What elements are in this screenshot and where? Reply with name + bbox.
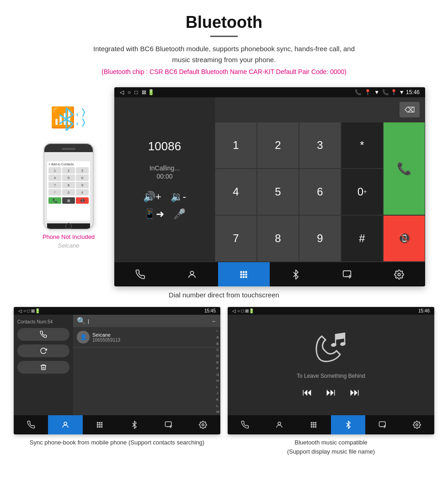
music-main: To Leave Something Behind ⏮ ⏭ ⏭ xyxy=(228,315,434,415)
music-controls: ⏮ ⏭ ⏭ xyxy=(302,386,360,398)
svg-rect-27 xyxy=(101,426,102,428)
bs-nav-dialpad[interactable] xyxy=(83,415,117,434)
nav-dialpad[interactable] xyxy=(218,262,270,286)
music-nav-transfer[interactable] xyxy=(365,415,400,434)
dial-key-star[interactable]: * xyxy=(341,122,383,169)
svg-rect-13 xyxy=(243,276,245,278)
alpha-n[interactable]: M xyxy=(216,410,219,414)
dial-key-2[interactable]: 2 xyxy=(257,122,299,169)
music-screen: ◁ ○ □ ⊠🔋 15:46 xyxy=(228,307,434,434)
contacts-screen-wrap: ◁ ○ □ ⊠🔋 15:45 Contacts Num:54 xyxy=(14,307,220,456)
alpha-b[interactable]: A xyxy=(216,336,219,339)
contacts-time: 15:45 xyxy=(204,308,216,313)
svg-rect-41 xyxy=(315,424,316,426)
home-icon[interactable]: ○ xyxy=(128,89,131,95)
svg-rect-23 xyxy=(99,424,101,426)
volume-up-icon[interactable]: 🔊+ xyxy=(143,191,161,203)
bs-nav-transfer[interactable] xyxy=(151,415,186,434)
music-icon xyxy=(313,332,349,364)
bottom-screens: ◁ ○ □ ⊠🔋 15:45 Contacts Num:54 xyxy=(0,307,448,456)
alpha-l[interactable]: K xyxy=(216,398,219,402)
music-nav-settings[interactable] xyxy=(400,415,434,434)
alpha-bar: * A B C D E F G H I J K L M xyxy=(216,328,219,415)
svg-rect-40 xyxy=(313,424,315,426)
main-screen-section: 📶 ❭❭ + Add to Contacts 1 xyxy=(0,87,448,286)
nav-call[interactable] xyxy=(114,262,166,286)
phone-status-icon: 📞 xyxy=(355,89,362,95)
svg-rect-10 xyxy=(243,274,245,275)
recents-icon[interactable]: □ xyxy=(134,89,138,95)
dial-key-7[interactable]: 7 xyxy=(215,215,257,262)
volume-down-icon[interactable]: 🔉- xyxy=(171,191,186,203)
contact-refresh-btn[interactable] xyxy=(17,344,69,357)
phone-not-included-label: Phone Not Included xyxy=(43,233,95,240)
alpha-j[interactable]: I xyxy=(216,386,219,389)
next-chapter-btn[interactable]: ⏭ xyxy=(326,386,336,398)
music-nav-bluetooth[interactable] xyxy=(331,415,365,434)
bt-waves-icon: ❭❭ xyxy=(80,107,87,127)
microphone-icon[interactable]: 🎤 xyxy=(173,208,186,220)
contacts-search-bar: 🔍 | ← xyxy=(73,315,220,327)
contacts-back-arrow[interactable]: ← xyxy=(212,318,217,324)
nav-bluetooth[interactable] xyxy=(270,262,321,286)
alpha-e[interactable]: D xyxy=(216,354,219,358)
music-nav-dialpad[interactable] xyxy=(297,415,331,434)
alpha-c[interactable]: B xyxy=(216,342,219,346)
bs-nav-contacts[interactable] xyxy=(48,415,82,434)
alpha-a[interactable]: * xyxy=(216,330,219,333)
alpha-k[interactable]: J xyxy=(216,391,219,395)
nav-contacts[interactable] xyxy=(166,262,218,286)
contacts-nav-icons: ◁ ○ □ ⊠🔋 xyxy=(18,308,40,313)
alpha-f[interactable]: E xyxy=(216,361,219,365)
svg-rect-39 xyxy=(311,424,312,426)
svg-point-5 xyxy=(190,271,193,274)
svg-rect-24 xyxy=(101,424,102,426)
status-left: ◁ ○ □ ⊠ 🔋 xyxy=(120,89,155,95)
subtitle: Integrated with BC6 Bluetooth module, su… xyxy=(87,43,361,65)
dial-key-call[interactable]: 📞 xyxy=(383,122,425,215)
alpha-h[interactable]: G xyxy=(216,373,219,377)
backspace-button[interactable]: ⌫ xyxy=(400,102,420,117)
bs-nav-call[interactable] xyxy=(14,415,48,434)
add-contacts-label: + Add to Contacts xyxy=(48,163,89,166)
dial-key-5[interactable]: 5 xyxy=(257,169,299,215)
page-title: Bluetooth xyxy=(9,13,439,32)
next-track-btn[interactable]: ⏭ xyxy=(350,386,360,398)
dial-key-hash[interactable]: # xyxy=(341,215,383,262)
svg-rect-43 xyxy=(313,426,315,428)
dial-key-9[interactable]: 9 xyxy=(299,215,341,262)
prev-track-btn[interactable]: ⏮ xyxy=(302,386,312,398)
phone-screen: + Add to Contacts 1 2 3 4 5 6 7 8 9 * xyxy=(47,161,90,221)
svg-rect-22 xyxy=(97,424,98,426)
svg-rect-12 xyxy=(240,276,242,278)
bs-nav-settings[interactable] xyxy=(186,415,220,434)
nav-transfer[interactable] xyxy=(321,262,373,286)
nav-settings[interactable] xyxy=(373,262,425,286)
dial-key-4[interactable]: 4 xyxy=(215,169,257,215)
music-time: 15:46 xyxy=(418,308,430,313)
contact-delete-btn[interactable] xyxy=(17,361,69,374)
music-nav-icons: ◁ ○ □ ⊠🔋 xyxy=(232,308,254,313)
alpha-i[interactable]: H xyxy=(216,379,219,383)
dial-key-end[interactable]: 📵 xyxy=(383,215,425,262)
back-icon[interactable]: ◁ xyxy=(120,89,124,95)
contact-call-btn[interactable] xyxy=(17,328,69,341)
dial-key-3[interactable]: 3 xyxy=(299,122,341,169)
music-nav-contacts[interactable] xyxy=(262,415,296,434)
contact-number: 10655059113 xyxy=(92,338,120,343)
bs-nav-bluetooth[interactable] xyxy=(117,415,151,434)
svg-rect-11 xyxy=(245,274,247,275)
alpha-d[interactable]: C xyxy=(216,348,219,352)
dial-key-1[interactable]: 1 xyxy=(215,122,257,169)
dial-key-0plus[interactable]: 0+ xyxy=(341,169,383,215)
alpha-g[interactable]: F xyxy=(216,367,219,370)
dial-key-8[interactable]: 8 xyxy=(257,215,299,262)
contact-item[interactable]: 👤 Seicane 10655059113 xyxy=(73,327,220,348)
music-nav-call[interactable] xyxy=(228,415,262,434)
dial-key-6[interactable]: 6 xyxy=(299,169,341,215)
music-content: To Leave Something Behind ⏮ ⏭ ⏭ xyxy=(228,315,434,415)
svg-rect-20 xyxy=(99,422,101,423)
time-display: 📞 📍 ▼ 15:46 xyxy=(382,89,420,95)
transfer-call-icon[interactable]: 📱➜ xyxy=(144,208,164,220)
alpha-m[interactable]: L xyxy=(216,404,219,408)
